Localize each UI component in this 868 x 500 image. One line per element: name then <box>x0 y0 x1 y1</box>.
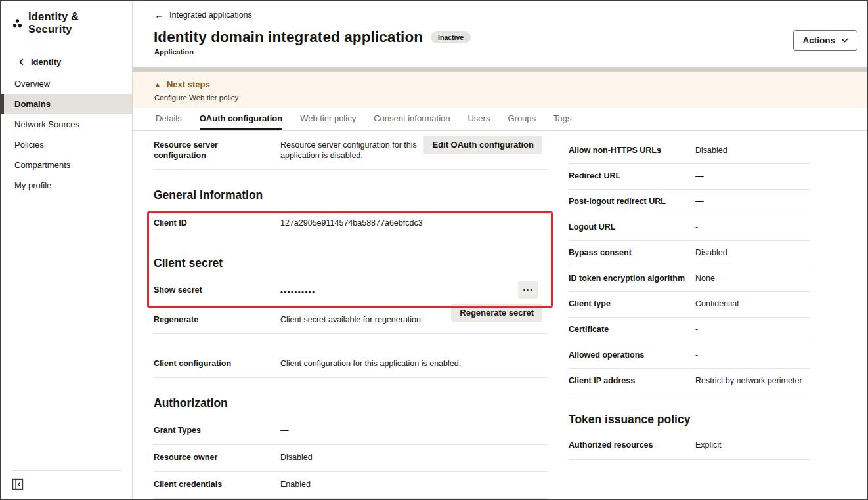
app-window: Identity & Security Identity Overview Do… <box>0 0 868 500</box>
oauth-right-column: Allow non-HTTPS URLs Disabled Redirect U… <box>569 131 810 460</box>
resource-server-row: Resource server configuration Resource s… <box>154 131 548 170</box>
breadcrumb[interactable]: ← Integrated applications <box>154 10 252 20</box>
chevron-left-icon <box>18 58 24 66</box>
show-secret-row: Show secret •••••••••• ··· <box>154 277 548 307</box>
allowed-operations-row: Allowed operations - <box>569 343 810 369</box>
certificate-value: - <box>695 324 698 335</box>
bypass-consent-row: Bypass consent Disabled <box>569 241 810 266</box>
resource-owner-label: Resource owner <box>154 452 280 463</box>
actions-button-label: Actions <box>802 35 835 45</box>
logout-url-row: Logout URL - <box>569 215 810 241</box>
client-ip-address-value: Restrict by network perimeter <box>695 375 802 386</box>
client-credentials-value: Enabled <box>280 479 311 490</box>
oauth-left-column: Resource server configuration Resource s… <box>154 131 548 499</box>
next-steps-banner: ▲ Next steps Configure Web tier policy <box>133 72 867 108</box>
redirect-url-label: Redirect URL <box>569 171 695 181</box>
identity-security-icon <box>12 18 23 29</box>
actions-button[interactable]: Actions <box>793 30 857 51</box>
banner-title: Next steps <box>167 79 210 89</box>
title-row: Identity domain integrated application I… <box>154 29 471 46</box>
client-secret-heading: Client secret <box>154 257 548 270</box>
header-separator-bar <box>133 67 867 72</box>
tab-details[interactable]: Details <box>156 108 182 130</box>
regenerate-label: Regenerate <box>154 314 280 325</box>
token-issuance-policy-heading: Token issuance policy <box>569 413 810 427</box>
client-type-value: Confidential <box>695 299 739 309</box>
client-id-value: 127a2905e9114574ba58877a6ebfcdc3 <box>280 218 423 228</box>
client-ip-address-row: Client IP address Restrict by network pe… <box>569 369 810 394</box>
certificate-row: Certificate - <box>569 318 810 343</box>
post-logout-redirect-url-value: — <box>695 196 704 207</box>
tab-oauth-configuration[interactable]: OAuth configuration <box>200 108 282 130</box>
allowed-operations-label: Allowed operations <box>569 350 695 360</box>
authorization-heading: Authorization <box>154 396 548 410</box>
grant-types-label: Grant Types <box>154 425 280 436</box>
tab-bar: Details OAuth configuration Web tier pol… <box>133 108 867 131</box>
id-token-encryption-value: None <box>695 273 715 283</box>
authorization-rows: Grant Types — Resource owner Disabled Cl… <box>154 418 548 499</box>
redirect-url-value: — <box>695 171 704 181</box>
client-type-label: Client type <box>569 299 695 309</box>
allow-non-https-label: Allow non-HTTPS URLs <box>569 145 695 156</box>
show-secret-label: Show secret <box>154 285 280 295</box>
authorized-resources-label: Authorized resources <box>569 440 695 450</box>
client-credentials-row: Client credentials Enabled <box>154 472 548 499</box>
sidebar-item-compartments[interactable]: Compartments <box>1 155 132 175</box>
collapse-sidebar-button[interactable] <box>12 478 25 491</box>
redirect-url-row: Redirect URL — <box>569 164 810 190</box>
token-policy-rows: Authorized resources Explicit <box>569 433 810 460</box>
resource-owner-value: Disabled <box>280 452 313 463</box>
authorized-resources-row: Authorized resources Explicit <box>569 433 810 460</box>
sidebar-item-domains[interactable]: Domains <box>1 94 132 114</box>
client-credentials-label: Client credentials <box>154 479 280 490</box>
page-title: Identity domain integrated application <box>154 29 423 46</box>
show-secret-more-button[interactable]: ··· <box>518 281 538 299</box>
tab-content: Resource server configuration Resource s… <box>133 131 867 499</box>
resource-server-value: Resource server configuration for this a… <box>280 140 448 161</box>
banner-message[interactable]: Configure Web tier policy <box>154 94 238 102</box>
resource-server-label: Resource server configuration <box>154 140 280 161</box>
id-token-encryption-label: ID token encryption algorithm <box>569 273 695 283</box>
sidebar-item-overview[interactable]: Overview <box>1 73 132 94</box>
grant-types-row: Grant Types — <box>154 418 548 445</box>
sidebar-divider <box>12 45 121 45</box>
sidebar-item-my-profile[interactable]: My profile <box>1 175 132 196</box>
chevron-down-icon <box>841 38 848 43</box>
resource-owner-row: Resource owner Disabled <box>154 445 548 472</box>
page-subtitle: Application <box>154 48 194 56</box>
sidebar-footer-divider <box>12 470 121 471</box>
tab-consent-information[interactable]: Consent information <box>374 108 450 130</box>
client-id-label: Client ID <box>154 218 280 228</box>
sidebar-title: Identity & Security <box>28 10 121 35</box>
tab-groups[interactable]: Groups <box>508 108 536 130</box>
client-ip-address-label: Client IP address <box>569 375 695 386</box>
back-arrow-icon: ← <box>154 10 164 20</box>
id-token-encryption-row: ID token encryption algorithm None <box>569 266 810 292</box>
certificate-label: Certificate <box>569 324 695 335</box>
tab-tags[interactable]: Tags <box>553 108 571 130</box>
client-configuration-label: Client configuration <box>154 358 280 369</box>
breadcrumb-label: Integrated applications <box>169 10 252 20</box>
regenerate-row: Regenerate Client secret available for r… <box>154 307 548 334</box>
regenerate-secret-button[interactable]: Regenerate secret <box>451 304 542 322</box>
collapse-panel-icon <box>12 478 25 490</box>
regenerate-value: Client secret available for regeneration <box>280 314 421 325</box>
sidebar-footer <box>1 470 132 499</box>
sidebar: Identity & Security Identity Overview Do… <box>1 1 133 499</box>
allow-non-https-value: Disabled <box>695 145 727 156</box>
sidebar-section-identity[interactable]: Identity <box>1 47 132 73</box>
right-panel-rows: Allow non-HTTPS URLs Disabled Redirect U… <box>569 138 810 394</box>
allowed-operations-value: - <box>695 350 698 360</box>
status-badge: Inactive <box>431 31 471 43</box>
post-logout-redirect-url-label: Post-logout redirect URL <box>569 196 695 207</box>
sidebar-item-policies[interactable]: Policies <box>1 135 132 155</box>
show-secret-masked-value: •••••••••• <box>280 285 316 297</box>
ellipsis-icon: ··· <box>523 285 534 295</box>
tab-users[interactable]: Users <box>467 108 490 130</box>
tab-web-tier-policy[interactable]: Web tier policy <box>300 108 356 130</box>
edit-oauth-configuration-button[interactable]: Edit OAuth configuration <box>423 136 542 154</box>
sidebar-section-label: Identity <box>31 57 61 67</box>
allow-non-https-row: Allow non-HTTPS URLs Disabled <box>569 138 810 164</box>
sidebar-item-network-sources[interactable]: Network Sources <box>1 114 132 135</box>
banner-title-row: ▲ Next steps <box>154 79 210 89</box>
